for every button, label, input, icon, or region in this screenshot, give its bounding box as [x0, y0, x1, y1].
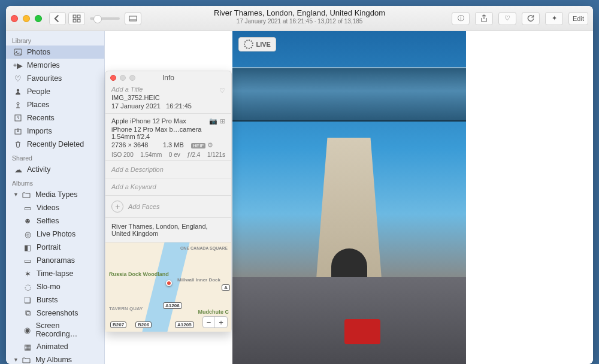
live-label: LIVE	[256, 41, 271, 48]
share-button[interactable]	[475, 12, 493, 25]
burst-icon: ❏	[23, 295, 32, 305]
favourite-button[interactable]: ♡	[498, 12, 516, 25]
title-field[interactable]: Add a Title	[111, 86, 225, 93]
screenrec-icon: ◉	[23, 325, 32, 335]
close-panel-icon[interactable]	[110, 75, 116, 81]
info-panel: Info ♡ Add a Title IMG_3752.HEIC 17 Janu…	[105, 71, 232, 332]
sidebar-item-portrait[interactable]: ◧Portrait	[6, 241, 104, 254]
filename-label: IMG_3752.HEIC	[111, 94, 225, 101]
zoom-panel-icon	[129, 75, 135, 81]
device-row: 📷⊞ Apple iPhone 12 Pro Max	[111, 117, 225, 125]
sidebar-item-label: Places	[27, 101, 50, 109]
description-field[interactable]: Add a Description	[105, 160, 231, 178]
chevron-left-icon	[53, 14, 62, 23]
exif-focal: 1.54mm	[140, 151, 162, 158]
sidebar-item-label: Portrait	[37, 243, 60, 251]
person-icon	[13, 87, 23, 96]
info-icon: ⓘ	[458, 14, 464, 23]
exif-shutter: 1/121s	[207, 151, 225, 158]
cloud-icon: ☁	[13, 165, 23, 174]
favourite-toggle[interactable]: ♡	[219, 87, 225, 95]
sidebar-item-label: Live Photos	[37, 230, 75, 238]
minimise-window-icon[interactable]	[23, 15, 30, 22]
app-window: River Thames, London, England, United Ki…	[6, 6, 593, 364]
map-label: Millwall Inner Dock	[177, 277, 220, 283]
disclosure-triangle-icon[interactable]: ▼	[13, 357, 19, 363]
add-faces-field[interactable]: + Add Faces	[105, 195, 231, 217]
map-zoom-in-button[interactable]: +	[215, 317, 227, 327]
info-panel-title: Info	[162, 74, 174, 82]
map-label: Russia Dock Woodland	[109, 271, 169, 277]
datetime-label: 17 January 2021 16:21:45	[111, 102, 225, 110]
map-zoom-out-button[interactable]: −	[203, 317, 215, 327]
screenshot-icon: ⧉	[23, 308, 32, 318]
window-controls	[11, 15, 42, 22]
filmstrip-toggle-button[interactable]	[125, 12, 141, 25]
location-map[interactable]: Russia Dock Woodland ONE CANADA SQUARE M…	[105, 242, 231, 332]
sidebar-item-activity[interactable]: ☁ Activity	[6, 163, 104, 176]
add-faces-label: Add Faces	[128, 203, 160, 210]
sidebar-item-panoramas[interactable]: ▭Panoramas	[6, 254, 104, 267]
time-label: 16:21:45	[166, 102, 192, 110]
sidebar-item-bursts[interactable]: ❏Bursts	[6, 293, 104, 307]
grid-icon	[72, 14, 81, 23]
zoom-slider[interactable]	[90, 17, 120, 20]
sidebar-item-videos[interactable]: ▭Videos	[6, 201, 104, 214]
share-icon	[480, 14, 488, 23]
sidebar-item-slo-mo[interactable]: ◌Slo-mo	[6, 280, 104, 293]
sidebar-section-library: Library	[6, 34, 104, 46]
info-button[interactable]: ⓘ	[452, 12, 470, 25]
window-subtitle: 17 January 2021 at 16:21:45 · 13,012 of …	[214, 18, 385, 25]
photos-icon	[13, 47, 23, 57]
road-badge: A1206	[163, 302, 182, 309]
keyword-field[interactable]: Add a Keyword	[105, 178, 231, 195]
sidebar-item-media-types[interactable]: ▼ Media Types	[6, 188, 104, 201]
zoom-window-icon[interactable]	[35, 15, 42, 22]
edit-button[interactable]: Edit	[568, 12, 588, 25]
close-window-icon[interactable]	[11, 15, 18, 22]
sidebar-item-live-photos[interactable]: ◎Live Photos	[6, 228, 104, 241]
sidebar-item-screen-recordings[interactable]: ◉Screen Recording…	[6, 320, 104, 340]
sidebar-item-label: Memories	[27, 61, 60, 69]
location-label[interactable]: River Thames, London, England, United Ki…	[105, 217, 231, 242]
sidebar-item-recents[interactable]: Recents	[6, 111, 104, 125]
sidebar-item-my-albums[interactable]: ▼ My Albums	[6, 353, 104, 364]
exif-row: ISO 200 1.54mm 0 ev ƒ/2.4 1/121s	[111, 151, 225, 158]
filesize-label: 1.3 MB	[163, 141, 184, 148]
sidebar-item-time-lapse[interactable]: ✶Time-lapse	[6, 267, 104, 280]
slomo-icon: ◌	[23, 282, 32, 292]
back-button[interactable]	[49, 12, 66, 25]
bridge-beam-decor	[232, 67, 466, 122]
disclosure-triangle-icon[interactable]: ▼	[13, 192, 19, 198]
folder-icon	[22, 190, 31, 199]
svg-point-10	[17, 89, 19, 92]
sidebar-item-photos[interactable]: Photos	[6, 46, 104, 59]
sidebar-item-selfies[interactable]: ☻Selfies	[6, 214, 104, 228]
rotate-icon	[527, 14, 535, 23]
photo-content[interactable]: LIVE	[232, 31, 466, 364]
map-pin-icon	[166, 280, 172, 286]
sidebar-item-memories[interactable]: ▶ Memories	[6, 59, 104, 72]
svg-rect-4	[129, 16, 137, 21]
raw-icon: ⊞	[220, 117, 225, 125]
sidebar-item-screenshots[interactable]: ⧉Screenshots	[6, 307, 104, 320]
sidebar-item-label: Recently Deleted	[27, 140, 84, 148]
map-label: Mudchute C	[198, 309, 229, 315]
plus-circle-icon[interactable]: +	[111, 201, 123, 213]
auto-enhance-button[interactable]: ✦	[545, 12, 563, 25]
rotate-button[interactable]	[522, 12, 540, 25]
svg-rect-3	[77, 19, 80, 22]
road-badge: A1205	[175, 321, 194, 328]
clock-icon	[13, 113, 23, 123]
sidebar-item-animated[interactable]: ▦Animated	[6, 340, 104, 353]
sidebar-item-favourites[interactable]: ♡ Favourites	[6, 72, 104, 85]
titlebar: River Thames, London, England, United Ki…	[6, 6, 593, 31]
gear-icon[interactable]: ⚙	[207, 141, 213, 148]
sidebar-item-recently-deleted[interactable]: Recently Deleted	[6, 138, 104, 151]
sidebar-item-imports[interactable]: Imports	[6, 125, 104, 138]
map-label: TAVERN QUAY	[109, 306, 143, 311]
live-badge[interactable]: LIVE	[238, 37, 276, 51]
thumbnail-view-button[interactable]	[68, 12, 85, 25]
sidebar-item-people[interactable]: People	[6, 85, 104, 98]
sidebar-item-places[interactable]: Places	[6, 98, 104, 111]
